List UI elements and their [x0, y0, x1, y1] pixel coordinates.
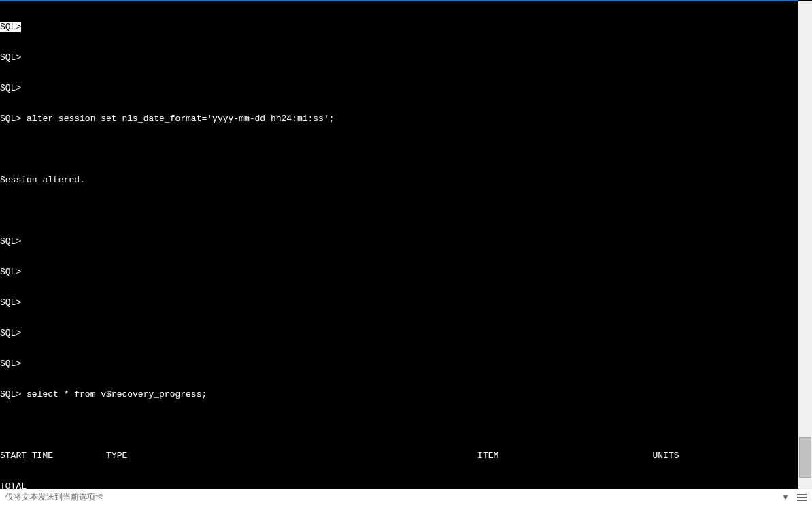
sql-prompt-highlighted: SQL> — [0, 22, 21, 32]
blank-line — [0, 420, 798, 430]
sql-prompt: SQL> — [0, 267, 21, 277]
sql-prompt: SQL> — [0, 359, 21, 369]
sql-prompt: SQL> — [0, 236, 21, 246]
prompt-line: SQL> — [0, 328, 798, 338]
status-note: 仅将文本发送到当前选项卡 — [4, 492, 103, 502]
header-row-2: TOTAL — [0, 481, 798, 489]
command-select: select * from v$recovery_progress; — [27, 389, 207, 400]
header-row-1: START_TIME TYPE ITEM UNITS SOFAR — [0, 451, 798, 461]
chevron-down-icon[interactable]: ▼ — [782, 492, 789, 502]
sql-prompt: SQL> — [0, 328, 21, 338]
prompt-line: SQL> — [0, 267, 798, 277]
prompt-line: SQL> — [0, 359, 798, 369]
command-line: SQL> alter session set nls_date_format='… — [0, 114, 798, 124]
prompt-line: SQL> — [0, 52, 798, 63]
blank-line — [0, 206, 798, 216]
sql-prompt: SQL> — [0, 389, 21, 400]
command-alter: alter session set nls_date_format='yyyy-… — [27, 114, 334, 124]
terminal-wrap: SQL> SQL> SQL> SQL> alter session set nl… — [0, 1, 812, 489]
prompt-line: SQL> — [0, 22, 798, 32]
sql-prompt: SQL> — [0, 52, 21, 63]
blank-line — [0, 144, 798, 154]
command-line: SQL> select * from v$recovery_progress; — [0, 389, 798, 400]
prompt-line: SQL> — [0, 297, 798, 308]
hamburger-menu-icon[interactable] — [796, 493, 808, 502]
sql-prompt: SQL> — [0, 83, 21, 93]
prompt-line: SQL> — [0, 236, 798, 246]
sql-prompt: SQL> — [0, 114, 21, 124]
prompt-line: SQL> — [0, 83, 798, 93]
result-line: Session altered. — [0, 175, 798, 185]
vertical-scrollbar[interactable] — [798, 1, 812, 489]
scrollbar-thumb[interactable] — [799, 437, 811, 478]
sql-prompt: SQL> — [0, 297, 21, 308]
status-bar: 仅将文本发送到当前选项卡 ▼ — [0, 489, 812, 505]
terminal[interactable]: SQL> SQL> SQL> SQL> alter session set nl… — [0, 1, 798, 489]
